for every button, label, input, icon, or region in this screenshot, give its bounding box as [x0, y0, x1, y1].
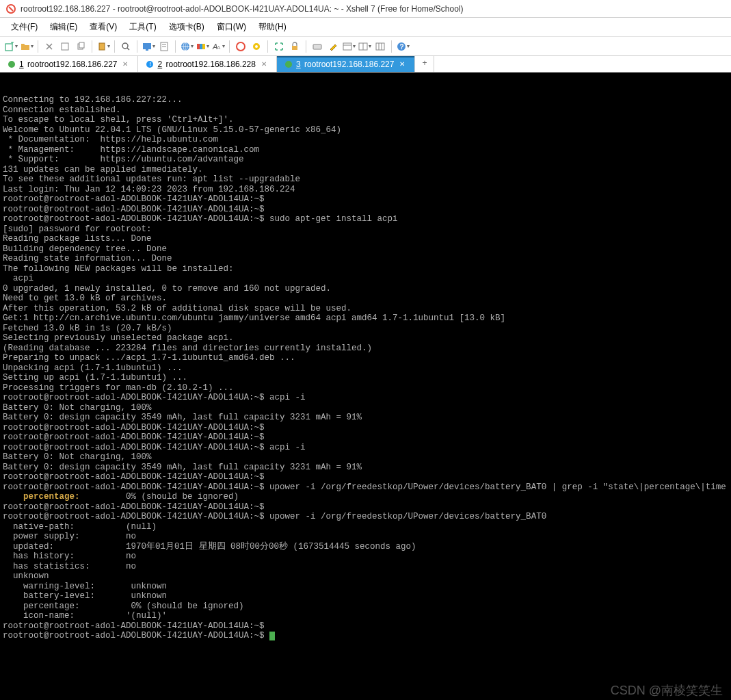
- font-icon[interactable]: AA▾: [211, 40, 225, 53]
- highlighted-label: percentage:: [23, 492, 80, 502]
- gear-yellow-icon[interactable]: [250, 40, 263, 53]
- terminal-line: Selecting previously unselected package …: [3, 333, 728, 343]
- close-icon[interactable]: ✕: [121, 60, 129, 68]
- terminal-line: [sudo] password for rootroot:: [3, 224, 728, 235]
- svg-rect-19: [202, 44, 205, 49]
- add-tab-button[interactable]: +: [415, 56, 434, 72]
- tab-status-icon: [285, 61, 292, 68]
- tab-1[interactable]: 1 rootroot192.168.186.227 ✕: [0, 56, 138, 72]
- terminal-line: rootroot@rootroot-adol-ADOLBOOK-I421UAY-…: [3, 502, 728, 513]
- layout3-icon[interactable]: [373, 40, 387, 53]
- tab-label: 1 rootroot192.168.186.227: [19, 60, 117, 69]
- globe-icon[interactable]: ▾: [180, 40, 194, 53]
- separator: [38, 40, 38, 53]
- terminal-line: rootroot@rootroot-adol-ADOLBOOK-I421UAY-…: [3, 214, 728, 224]
- prop-icon[interactable]: [157, 40, 171, 53]
- separator: [391, 40, 392, 53]
- terminal-line: Battery 0: Not charging, 100%: [3, 452, 728, 463]
- terminal-line: Processing triggers for man-db (2.10.2-1…: [3, 383, 728, 393]
- terminal-type-icon[interactable]: ▾: [142, 40, 155, 53]
- terminal-output[interactable]: Connecting to 192.168.186.227:22...Conne…: [0, 73, 731, 700]
- terminal-line: rootroot@rootroot-adol-ADOLBOOK-I421UAY-…: [3, 194, 728, 205]
- tab-3[interactable]: 3 rootroot192.168.186.227 ✕: [277, 56, 415, 72]
- terminal-line: warning-level: unknown: [3, 582, 728, 592]
- terminal-cursor: [269, 632, 275, 640]
- terminal-line: Reading state information... Done: [3, 254, 728, 264]
- paste-icon[interactable]: ▾: [96, 40, 110, 53]
- fullscreen-icon[interactable]: [272, 40, 286, 53]
- separator: [137, 40, 137, 53]
- terminal-line: rootroot@rootroot-adol-ADOLBOOK-I421UAY-…: [3, 423, 728, 433]
- terminal-line: Unpacking acpi (1.7-1.1ubuntu1) ...: [3, 363, 728, 374]
- menu-file[interactable]: 文件(F): [5, 19, 43, 35]
- lock-icon[interactable]: [288, 40, 302, 53]
- highlighter-icon[interactable]: [326, 40, 340, 53]
- terminal-line: percentage: 0% (should be ignored): [3, 601, 728, 612]
- terminal-line: rootroot@rootroot-adol-ADOLBOOK-I421UAY-…: [3, 512, 728, 522]
- terminal-line: updated: 1970年01月01日 星期四 08时00分00秒 (1673…: [3, 542, 728, 552]
- svg-rect-31: [376, 43, 384, 50]
- disconnect-icon[interactable]: [58, 40, 72, 53]
- terminal-line: Reading package lists... Done: [3, 234, 728, 244]
- svg-rect-11: [146, 49, 148, 51]
- window-title: rootroot192.168.186.227 - rootroot@rootr…: [21, 4, 464, 14]
- terminal-line: Building dependency tree... Done: [3, 244, 728, 255]
- svg-rect-1: [5, 44, 12, 51]
- terminal-line: Connecting to 192.168.186.227:22...: [3, 95, 728, 105]
- terminal-line: Fetched 13.0 kB in 1s (20.7 kB/s): [3, 324, 728, 334]
- svg-rect-18: [200, 44, 202, 49]
- terminal-line: native-path: (null): [3, 522, 728, 532]
- svg-rect-4: [62, 43, 68, 50]
- menu-tools[interactable]: 工具(T): [124, 19, 161, 35]
- menu-window[interactable]: 窗口(W): [211, 19, 252, 35]
- tab-status-icon: [8, 61, 15, 68]
- close-icon[interactable]: ✕: [398, 60, 406, 68]
- layout1-icon[interactable]: ▾: [342, 40, 356, 53]
- terminal-line: Need to get 13.0 kB of archives.: [3, 294, 728, 304]
- terminal-line: To see these additional updates run: apt…: [3, 174, 728, 185]
- separator: [175, 40, 176, 53]
- separator: [114, 40, 115, 53]
- keyboard-icon[interactable]: [310, 40, 324, 53]
- menu-edit[interactable]: 编辑(E): [44, 19, 83, 35]
- red-circle-icon[interactable]: [234, 40, 248, 53]
- tab-bar: 1 rootroot192.168.186.227 ✕ ! 2 rootroot…: [0, 56, 731, 73]
- terminal-line: * Support: https://ubuntu.com/advantage: [3, 155, 728, 165]
- terminal-line: Battery 0: design capacity 3549 mAh, las…: [3, 463, 728, 473]
- open-icon[interactable]: ▾: [20, 40, 34, 53]
- svg-point-24: [255, 45, 258, 48]
- toolbar: ▾ ▾ ▾ ▾ ▾ ▾ AA▾ ▾ ▾ ?▾: [0, 37, 731, 56]
- svg-rect-27: [343, 43, 351, 50]
- separator: [229, 40, 230, 53]
- terminal-line: (Reading database ... 223284 files and d…: [3, 343, 728, 354]
- tab-2[interactable]: ! 2 rootroot192.168.186.228 ✕: [138, 56, 276, 72]
- terminal-line: Setting up acpi (1.7-1.1ubuntu1) ...: [3, 373, 728, 383]
- close-icon[interactable]: ✕: [260, 60, 268, 68]
- terminal-line: power supply: no: [3, 532, 728, 542]
- menu-help[interactable]: 帮助(H): [253, 19, 292, 35]
- find-icon[interactable]: [119, 40, 133, 53]
- terminal-line: Last login: Thu Jan 12 14:09:23 2023 fro…: [3, 185, 728, 195]
- terminal-line: Battery 0: Not charging, 100%: [3, 403, 728, 413]
- tab-status-icon: !: [146, 61, 153, 68]
- new-session-icon[interactable]: ▾: [4, 40, 18, 53]
- color-scheme-icon[interactable]: ▾: [196, 40, 209, 53]
- terminal-line: After this operation, 53.2 kB of additio…: [3, 304, 728, 314]
- svg-rect-7: [99, 43, 105, 50]
- terminal-line: battery-level: unknown: [3, 591, 728, 601]
- svg-rect-25: [292, 46, 297, 50]
- menu-tabs[interactable]: 选项卡(B): [163, 19, 210, 35]
- menu-view[interactable]: 查看(V): [84, 19, 122, 35]
- copy-icon[interactable]: [74, 40, 88, 53]
- svg-point-8: [122, 43, 128, 49]
- watermark: CSDN @南棱笑笑生: [611, 686, 723, 696]
- help-icon[interactable]: ?▾: [396, 40, 410, 53]
- svg-rect-10: [143, 43, 151, 49]
- menu-bar: 文件(F) 编辑(E) 查看(V) 工具(T) 选项卡(B) 窗口(W) 帮助(…: [0, 18, 731, 37]
- tab-label: 2 rootroot192.168.186.228: [157, 60, 255, 69]
- terminal-line: 0 upgraded, 1 newly installed, 0 to remo…: [3, 284, 728, 294]
- svg-text:A: A: [217, 44, 221, 51]
- reconnect-icon[interactable]: [42, 40, 56, 53]
- layout2-icon[interactable]: ▾: [358, 40, 371, 53]
- svg-line-9: [127, 48, 129, 50]
